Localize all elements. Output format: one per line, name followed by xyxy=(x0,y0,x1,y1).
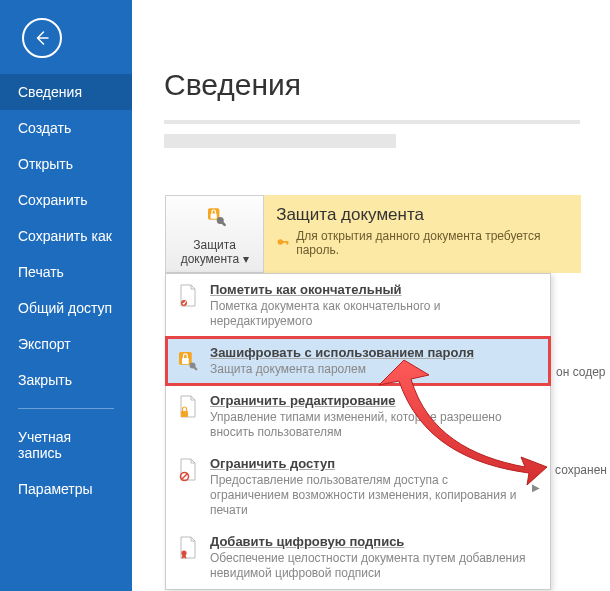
svg-point-11 xyxy=(181,550,186,555)
back-button[interactable] xyxy=(22,18,62,58)
doc-path-placeholder xyxy=(164,134,396,148)
nav-item-close[interactable]: Закрыть xyxy=(0,362,132,398)
svg-rect-0 xyxy=(210,213,216,218)
menu-item-restrict-editing[interactable]: Ограничить редактирование Управление тип… xyxy=(166,385,550,448)
protect-button-label: Защитадокумента ▾ xyxy=(181,238,249,266)
document-final-icon xyxy=(176,282,200,329)
nav-item-account[interactable]: Учетная запись xyxy=(0,419,132,471)
nav-item-saveas[interactable]: Сохранить как xyxy=(0,218,132,254)
menu-item-restrict-access[interactable]: Ограничить доступ Предоставление пользов… xyxy=(166,448,550,526)
svg-rect-4 xyxy=(287,241,289,245)
menu-item-desc: Обеспечение целостности документа путем … xyxy=(210,551,540,581)
truncated-text-fragment: он содер xyxy=(556,365,606,379)
protect-info: Защита документа Для открытия данного до… xyxy=(264,195,581,273)
page-title: Сведения xyxy=(164,68,610,102)
document-lock-icon xyxy=(176,393,200,440)
menu-item-title: Добавить цифровую подпись xyxy=(210,534,540,549)
chevron-right-icon: ▶ xyxy=(532,482,540,493)
shield-lock-icon xyxy=(176,345,200,377)
arrow-left-icon xyxy=(33,29,51,47)
menu-item-title: Ограничить доступ xyxy=(210,456,522,471)
doc-title-placeholder xyxy=(164,120,580,124)
menu-item-desc: Управление типами изменений, которые раз… xyxy=(210,410,540,440)
protect-document-menu: Пометить как окончательный Пометка докум… xyxy=(165,273,551,590)
svg-rect-8 xyxy=(181,411,188,417)
truncated-text-fragment: сохранен xyxy=(555,463,607,477)
protect-document-button[interactable]: Защитадокумента ▾ xyxy=(165,195,264,273)
nav-item-export[interactable]: Экспорт xyxy=(0,326,132,362)
nav-item-save[interactable]: Сохранить xyxy=(0,182,132,218)
menu-item-encrypt-password[interactable]: Зашифровать с использованием пароля Защи… xyxy=(166,337,550,385)
shield-lock-icon xyxy=(201,203,229,234)
nav-item-print[interactable]: Печать xyxy=(0,254,132,290)
menu-item-mark-final[interactable]: Пометить как окончательный Пометка докум… xyxy=(166,274,550,337)
menu-item-desc: Предоставление пользователям доступа с о… xyxy=(210,473,522,518)
key-icon xyxy=(276,235,290,252)
nav-item-new[interactable]: Создать xyxy=(0,110,132,146)
menu-item-add-signature[interactable]: Добавить цифровую подпись Обеспечение це… xyxy=(166,526,550,589)
menu-item-desc: Пометка документа как окончательного и н… xyxy=(210,299,540,329)
nav-item-options[interactable]: Параметры xyxy=(0,471,132,507)
nav-item-info[interactable]: Сведения xyxy=(0,74,132,110)
protect-document-banner: Защитадокумента ▾ Защита документа Для о… xyxy=(165,195,581,273)
nav-item-open[interactable]: Открыть xyxy=(0,146,132,182)
nav-item-share[interactable]: Общий доступ xyxy=(0,290,132,326)
menu-item-title: Ограничить редактирование xyxy=(210,393,540,408)
protect-subtext: Для открытия данного документа требуется… xyxy=(296,229,569,257)
document-prohibit-icon xyxy=(176,456,200,518)
protect-heading: Защита документа xyxy=(276,205,569,225)
menu-item-desc: Защита документа паролем xyxy=(210,362,474,377)
document-ribbon-icon xyxy=(176,534,200,581)
menu-item-title: Зашифровать с использованием пароля xyxy=(210,345,474,360)
svg-rect-6 xyxy=(182,358,189,364)
menu-item-title: Пометить как окончательный xyxy=(210,282,540,297)
nav-separator xyxy=(18,408,114,409)
backstage-sidebar: Сведения Создать Открыть Сохранить Сохра… xyxy=(0,0,132,591)
